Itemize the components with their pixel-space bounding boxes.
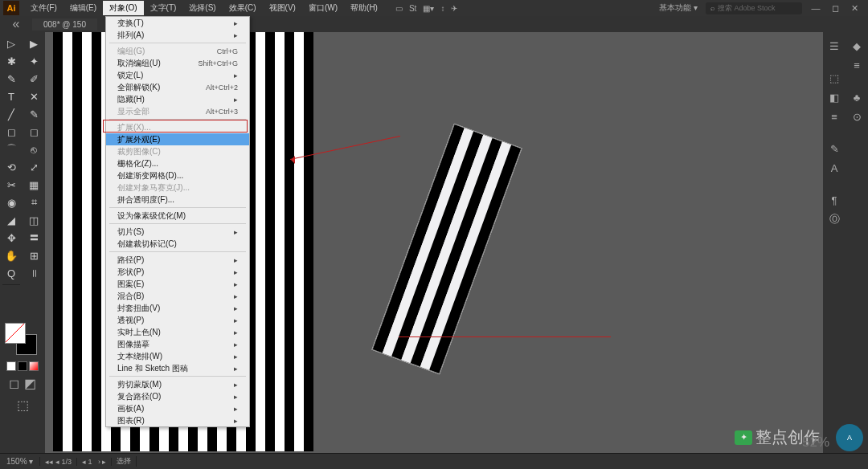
view-mode-icon[interactable]: ⬚ xyxy=(3,398,42,413)
toolbar-icon[interactable]: ↕ xyxy=(440,4,444,13)
tool-button[interactable]: ॥ xyxy=(24,265,43,281)
panel-button[interactable]: A xyxy=(825,159,843,177)
menu-item: 创建对象马赛克(J)... xyxy=(106,181,249,194)
tool-button[interactable]: ⌒ xyxy=(2,141,21,157)
tool-button[interactable]: ⤢ xyxy=(24,159,43,175)
tool-button[interactable]: ◻ xyxy=(2,124,21,140)
menu-视图[interactable]: 视图(V) xyxy=(263,1,302,15)
workspace-switcher[interactable]: 基本功能 ▾ xyxy=(659,2,698,14)
tool-button[interactable]: ⊞ xyxy=(24,247,43,263)
panel-button[interactable]: ◧ xyxy=(825,88,843,106)
menu-item[interactable]: 排列(A) xyxy=(106,29,249,41)
menu-item[interactable]: 拼合透明度(F)... xyxy=(106,194,249,206)
tool-button[interactable]: ◉ xyxy=(2,194,21,210)
menu-item[interactable]: 混合(B) xyxy=(106,290,249,302)
panel-button[interactable]: ≡ xyxy=(825,108,843,125)
menu-item: 扩展(X)... xyxy=(106,121,249,133)
menu-item[interactable]: 封套扭曲(V) xyxy=(106,302,249,314)
artboard-nav[interactable]: ◂◂ ◂ 1/3 xyxy=(40,458,77,466)
panel-button[interactable]: ✎ xyxy=(825,140,843,157)
tool-button[interactable]: ✎ xyxy=(24,106,43,122)
tool-button[interactable]: ✱ xyxy=(2,53,21,69)
toolbar-icon[interactable]: ✈ xyxy=(451,4,457,13)
tool-button[interactable]: ◫ xyxy=(24,212,43,228)
tool-button[interactable]: ✦ xyxy=(24,53,43,69)
menu-文字[interactable]: 文字(T) xyxy=(144,1,183,15)
panel-button[interactable]: Ⓞ xyxy=(825,210,843,228)
menu-item[interactable]: 隐藏(H) xyxy=(106,93,249,105)
tool-button[interactable]: ✕ xyxy=(24,88,43,104)
menu-对象[interactable]: 对象(O) xyxy=(103,1,143,15)
menu-item[interactable]: 创建渐变网格(D)... xyxy=(106,169,249,181)
tool-button[interactable]: ⌗ xyxy=(24,194,43,210)
menu-item[interactable]: 扩展外观(E) xyxy=(106,133,249,145)
menu-item[interactable]: 路径(P) xyxy=(106,254,249,266)
menu-文件[interactable]: 文件(F) xyxy=(24,1,63,15)
tool-button[interactable]: ▶ xyxy=(24,35,43,51)
panel-button[interactable]: ¶ xyxy=(825,191,843,209)
menu-item[interactable]: 图表(R) xyxy=(106,414,249,426)
maximize-button[interactable]: ◻ xyxy=(829,3,841,14)
panel-button[interactable]: ♣ xyxy=(848,88,866,106)
document-tab[interactable]: 008* @ 150 xyxy=(32,18,97,31)
tool-button[interactable]: Q xyxy=(2,265,21,281)
page-nav[interactable]: ◂ 1 › ▸ xyxy=(77,458,113,466)
fill-stroke-swatch[interactable] xyxy=(5,323,40,358)
tool-button[interactable]: ✐ xyxy=(24,71,43,87)
menu-编辑[interactable]: 编辑(E) xyxy=(63,1,103,15)
menu-item[interactable]: 栅格化(Z)... xyxy=(106,157,249,169)
close-button[interactable]: ✕ xyxy=(849,3,860,14)
panel-button[interactable]: ≡ xyxy=(848,56,866,74)
menu-item[interactable]: 图案(E) xyxy=(106,278,249,290)
panel-button[interactable]: ⊙ xyxy=(848,108,866,125)
screen-mode-icon[interactable]: ◻ xyxy=(9,376,19,391)
panel-button[interactable]: ◆ xyxy=(848,37,866,55)
draw-mode-icon[interactable]: ◩ xyxy=(24,376,36,391)
zoom-level[interactable]: 150% ▾ xyxy=(0,457,40,466)
tool-button[interactable]: ⟲ xyxy=(2,159,21,175)
menu-item[interactable]: 图像描摹 xyxy=(106,338,249,350)
menu-item[interactable]: 切片(S) xyxy=(106,226,249,238)
menu-item[interactable]: 文本绕排(W) xyxy=(106,350,249,362)
panel-button[interactable]: ⬚ xyxy=(825,69,843,87)
search-input[interactable]: ⌕ 搜索 Adobe Stock xyxy=(706,2,802,14)
menu-item[interactable]: Line 和 Sketch 图稿 xyxy=(106,362,249,374)
tool-button[interactable]: ▦ xyxy=(24,177,43,193)
minimize-button[interactable]: — xyxy=(810,3,821,13)
menu-item[interactable]: 剪切蒙版(M) xyxy=(106,378,249,390)
menu-item[interactable]: 形状(P) xyxy=(106,266,249,278)
menu-item[interactable]: 取消编组(U)Shift+Ctrl+G xyxy=(106,57,249,69)
annotation-line xyxy=(399,336,611,337)
menu-item[interactable]: 复合路径(O) xyxy=(106,390,249,402)
menu-帮助[interactable]: 帮助(H) xyxy=(344,1,384,15)
menu-选择[interactable]: 选择(S) xyxy=(182,1,222,15)
tool-button[interactable]: ⎋ xyxy=(24,141,43,157)
tool-button[interactable]: ▷ xyxy=(2,35,21,51)
tool-button[interactable]: ✋ xyxy=(2,247,21,263)
tool-button[interactable]: 〓 xyxy=(24,230,43,246)
menu-效果[interactable]: 效果(C) xyxy=(223,1,263,15)
color-mode-swatches[interactable] xyxy=(3,361,42,371)
panel-button[interactable]: ☰ xyxy=(825,37,843,55)
tool-button[interactable]: ◢ xyxy=(2,212,21,228)
tool-button[interactable]: ✂ xyxy=(2,177,21,193)
menu-item[interactable]: 创建裁切标记(C) xyxy=(106,238,249,250)
tool-button[interactable]: ◻ xyxy=(24,124,43,140)
status-bar: 150% ▾ ◂◂ ◂ 1/3 ◂ 1 › ▸ 选择 xyxy=(0,453,868,469)
tool-button[interactable]: ✥ xyxy=(2,230,21,246)
toolbar-icon[interactable]: ▦▾ xyxy=(423,4,434,13)
menu-item[interactable]: 锁定(L) xyxy=(106,69,249,81)
tool-button[interactable]: ✎ xyxy=(2,71,21,87)
menu-item[interactable]: 设为像素级优化(M) xyxy=(106,210,249,222)
tool-button[interactable]: ╱ xyxy=(2,106,21,122)
toolbar-icon[interactable]: St xyxy=(409,4,416,13)
menu-item[interactable]: 实时上色(N) xyxy=(106,326,249,338)
menu-item[interactable]: 全部解锁(K)Alt+Ctrl+2 xyxy=(106,81,249,93)
tool-button[interactable]: T xyxy=(2,88,21,104)
tab-scroll-left[interactable]: « xyxy=(0,16,32,32)
menu-item[interactable]: 画板(A) xyxy=(106,402,249,414)
toolbar-icon[interactable]: ▭ xyxy=(395,4,403,13)
menu-item[interactable]: 变换(T) xyxy=(106,17,249,29)
menu-item[interactable]: 透视(P) xyxy=(106,314,249,326)
menu-窗口[interactable]: 窗口(W) xyxy=(302,1,344,15)
